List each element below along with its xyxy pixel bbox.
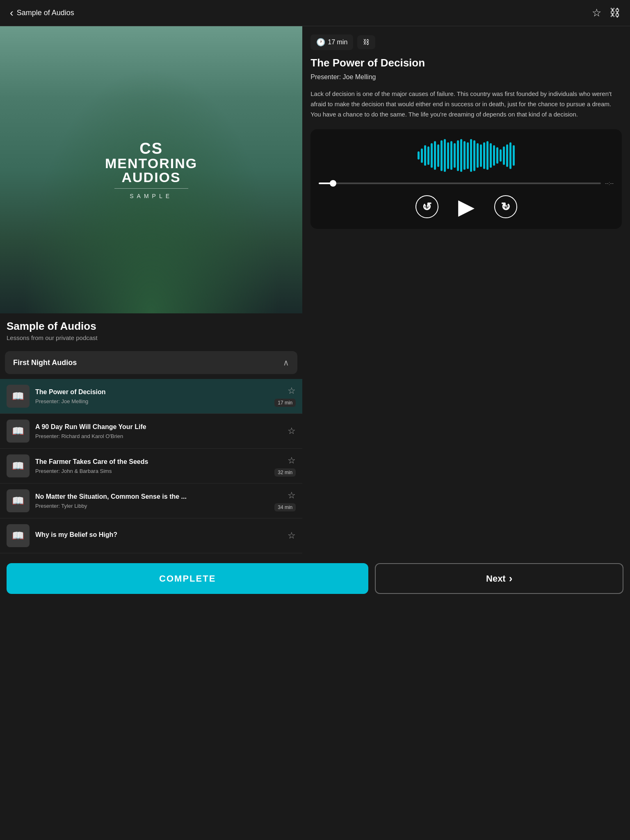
duration-badge: 32 min (274, 468, 296, 477)
duration-label: 17 min (328, 39, 347, 46)
lesson-name: A 90 Day Run Will Change Your Life (35, 423, 288, 431)
lesson-item[interactable]: 📖 The Power of Decision Presenter: Joe M… (0, 379, 302, 414)
rewind-label: 15 (425, 204, 429, 209)
lesson-presenter: Presenter: Joe Melling (35, 398, 274, 404)
lesson-item[interactable]: 📖 Why is my Belief so High? ☆ (0, 518, 302, 553)
chevron-up-icon: ∧ (283, 358, 289, 368)
content-title: The Power of Decision (310, 57, 622, 69)
next-arrow-icon: › (509, 572, 513, 585)
forward-label: 15 (503, 204, 508, 209)
next-label: Next (486, 573, 506, 584)
section-header[interactable]: First Night Audios ∧ (5, 351, 297, 374)
lesson-info: No Matter the Situation, Common Sense is… (35, 493, 274, 509)
rewind-button[interactable]: ↺ 15 (415, 195, 438, 218)
book-icon: 📖 (12, 460, 24, 472)
link-icon[interactable]: ⛓ (609, 7, 620, 19)
waveform (319, 139, 614, 172)
lesson-actions: ☆ 34 min (274, 490, 296, 511)
right-panel: 🕐 17 min ⛓ The Power of Decision Present… (302, 26, 630, 555)
content-description: Lack of decision is one of the major cau… (310, 89, 622, 119)
favorite-icon[interactable]: ☆ (288, 455, 296, 466)
lesson-thumbnail: 📖 (7, 385, 30, 408)
course-title: Sample of Audios (0, 313, 302, 334)
lesson-actions: ☆ (288, 530, 296, 541)
lesson-actions: ☆ 17 min (274, 386, 296, 407)
book-icon: 📖 (12, 390, 24, 402)
lesson-name: The Farmer Takes Care of the Seeds (35, 458, 274, 466)
lesson-actions: ☆ (288, 426, 296, 436)
header-actions: ☆ ⛓ (592, 7, 620, 19)
book-icon: 📖 (12, 425, 24, 437)
favorite-icon[interactable]: ☆ (288, 386, 296, 396)
course-image-text: CS MENTORING AUDIOS SAMPLE (105, 141, 197, 199)
lesson-info: The Farmer Takes Care of the Seeds Prese… (35, 458, 274, 474)
content-presenter: Presenter: Joe Melling (310, 73, 622, 81)
lesson-actions: ☆ 32 min (274, 455, 296, 477)
favorite-icon[interactable]: ☆ (288, 490, 296, 501)
top-section: CS MENTORING AUDIOS SAMPLE Sample of Aud… (0, 26, 630, 555)
lesson-thumbnail: 📖 (7, 420, 30, 443)
lesson-item[interactable]: 📖 A 90 Day Run Will Change Your Life Pre… (0, 414, 302, 449)
lesson-item[interactable]: 📖 No Matter the Situation, Common Sense … (0, 484, 302, 518)
duration-meta-badge: 🕐 17 min (310, 34, 353, 50)
book-icon: 📖 (12, 495, 24, 507)
progress-knob[interactable] (330, 180, 336, 187)
progress-time: --:-- (605, 180, 614, 186)
lesson-name: Why is my Belief so High? (35, 531, 288, 539)
favorite-icon[interactable]: ☆ (288, 530, 296, 541)
lesson-item[interactable]: 📖 The Farmer Takes Care of the Seeds Pre… (0, 449, 302, 484)
link-icon: ⛓ (363, 39, 370, 46)
book-icon: 📖 (12, 530, 24, 541)
forward-button[interactable]: ↻ 15 (494, 195, 517, 218)
player-controls: ↺ 15 ▶ ↻ 15 (319, 194, 614, 219)
lesson-name: No Matter the Situation, Common Sense is… (35, 493, 274, 501)
back-arrow-icon: ‹ (10, 7, 14, 19)
course-image-divider (114, 188, 188, 189)
lesson-presenter: Presenter: Richard and Karol O'Brien (35, 433, 288, 439)
lesson-thumbnail: 📖 (7, 489, 30, 512)
course-image-sub: SAMPLE (105, 193, 197, 199)
lesson-info: A 90 Day Run Will Change Your Life Prese… (35, 423, 288, 439)
section-title: First Night Audios (13, 358, 77, 367)
back-label: Sample of Audios (17, 9, 74, 17)
play-icon: ▶ (458, 194, 475, 219)
course-image-line2: MENTORING (105, 156, 197, 170)
audio-player: --:-- ↺ 15 ▶ ↻ 15 (310, 129, 622, 229)
progress-bar[interactable] (319, 183, 601, 184)
course-subtitle: Lessons from our private podcast (0, 334, 302, 348)
play-button[interactable]: ▶ (458, 194, 475, 219)
lesson-presenter: Presenter: Tyler Libby (35, 503, 274, 509)
course-image-line1: CS (105, 141, 197, 156)
bookmark-icon[interactable]: ☆ (592, 7, 601, 19)
app-container: ‹ Sample of Audios ☆ ⛓ CS MENTORING AUDI… (0, 0, 630, 606)
back-button[interactable]: ‹ Sample of Audios (10, 7, 74, 19)
lesson-name: The Power of Decision (35, 388, 274, 397)
lesson-list: 📖 The Power of Decision Presenter: Joe M… (0, 377, 302, 555)
course-image-line3: AUDIOS (105, 170, 197, 184)
favorite-icon[interactable]: ☆ (288, 426, 296, 436)
lesson-info: The Power of Decision Presenter: Joe Mel… (35, 388, 274, 404)
left-panel: CS MENTORING AUDIOS SAMPLE Sample of Aud… (0, 26, 302, 555)
duration-badge: 17 min (274, 399, 296, 407)
course-image: CS MENTORING AUDIOS SAMPLE (0, 26, 302, 313)
progress-row: --:-- (319, 180, 614, 186)
bottom-actions: COMPLETE Next › (0, 555, 630, 606)
meta-row: 🕐 17 min ⛓ (310, 34, 622, 50)
lesson-thumbnail: 📖 (7, 454, 30, 477)
duration-badge: 34 min (274, 503, 296, 511)
lesson-presenter: Presenter: John & Barbara Sims (35, 468, 274, 474)
next-button[interactable]: Next › (375, 563, 623, 594)
header: ‹ Sample of Audios ☆ ⛓ (0, 0, 630, 26)
complete-button[interactable]: COMPLETE (7, 563, 368, 594)
link-meta-badge[interactable]: ⛓ (357, 35, 375, 49)
clock-icon: 🕐 (316, 38, 325, 47)
lesson-thumbnail: 📖 (7, 524, 30, 547)
lesson-info: Why is my Belief so High? (35, 531, 288, 541)
